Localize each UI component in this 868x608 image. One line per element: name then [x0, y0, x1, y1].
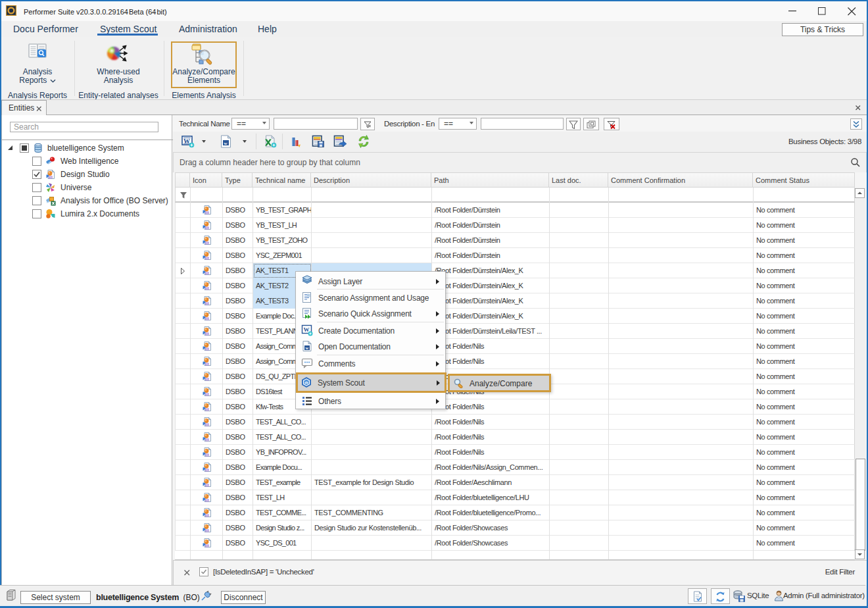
svg-text:W: W: [304, 326, 310, 333]
svg-text:100: 100: [49, 176, 53, 179]
svg-text:w: w: [306, 345, 309, 350]
